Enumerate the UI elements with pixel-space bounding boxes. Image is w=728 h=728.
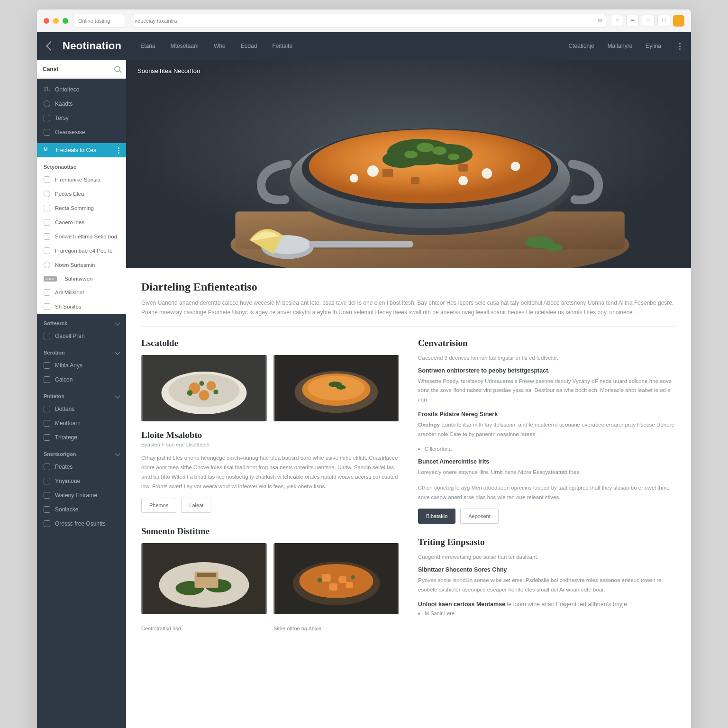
svg-point-39 [308,376,365,400]
svg-point-41 [337,385,346,390]
sidebar-item[interactable]: F remonike Sonsia [37,173,126,187]
sidebar-item[interactable]: Sh Sonitbs [37,300,126,314]
sidebar-primary: 21.Ontolteco Kaadts Tersy Oeansesise [37,79,126,143]
nav-right: Cteationje Maitanyre Eylina [569,43,681,50]
nav-link[interactable]: Eodad [241,43,257,49]
recipe-title: Lloite Msalobto [141,430,399,440]
thumbnail[interactable] [273,355,399,421]
sidebar-item[interactable]: Adl Millslont [37,285,126,300]
thumbnail[interactable] [273,543,399,614]
sidebar-item[interactable]: Kaadts [37,97,126,111]
nav-link[interactable]: Cteationje [569,43,594,49]
section-lead: Caeseend 3 deenves lonnan las brgstsr or… [418,355,676,361]
sidebar-item-label: Wateny Entrame [55,492,97,499]
kebab-icon[interactable] [118,147,119,154]
square-icon [44,520,50,527]
sidebar-item[interactable]: Tersy [37,111,126,125]
sidebar-item[interactable]: Caoero ines [37,215,126,229]
nav-link[interactable]: Etana [140,43,155,49]
sidebar-item[interactable]: Gacell Pran [37,329,126,343]
svg-point-33 [187,390,193,396]
main-content: Soonselhtea Necorfton [126,60,691,728]
button-secondary[interactable]: Aeposent [460,509,498,524]
thumbnail[interactable] [141,355,267,421]
article-title: Diarteling Enfienteatiso [141,281,676,293]
chip-1[interactable]: ≣ [611,15,623,27]
m-icon: M [44,147,50,154]
nav-link[interactable]: Feittaite [272,43,292,49]
app-body: Canst 21.Ontolteco Kaadts Tersy Oeansesi… [37,60,691,728]
sidebar-item-label: Ontolteco [55,86,79,93]
chat-icon [44,219,50,226]
kebab-icon[interactable] [679,43,681,50]
button-primary[interactable]: Phemos [141,498,176,513]
sidebar-item[interactable]: Dottens [37,402,126,416]
columns: Lscatolde Lloite Msalobto Byasten F sun … [141,338,676,632]
sidebar-item-label: Sonlacke [55,506,78,513]
button-secondary[interactable]: Laleat [181,498,211,513]
maximize-icon[interactable] [63,18,68,24]
sidebar-item-active[interactable]: M Trecteals to Ces [37,143,126,157]
svg-point-56 [351,575,355,579]
hero-label: Soonselhtea Necorfton [137,67,200,74]
sidebar-heading[interactable]: Snertsorigon [37,445,126,460]
nav-link[interactable]: Mtesetaam [171,43,199,49]
nav-link[interactable]: Maitanyre [608,43,633,49]
sidebar-item[interactable]: Sonlacke [37,502,126,517]
paragraph: Loreyecly onere atqvnue Ilire. Urnb bene… [418,468,676,477]
nav-link[interactable]: Eylina [646,43,661,49]
square-icon [44,420,50,427]
heart-icon[interactable]: ♡ [642,15,655,27]
sidebar-item[interactable]: Pectes Elea [37,187,126,201]
sidebar-item-label: Recta Somming [55,205,94,211]
address-bar[interactable]: Induceiay taxaintra M [133,14,606,28]
sidebar-item[interactable]: Tritatege [37,430,126,445]
sidebar-item[interactable]: Wateny Entrame [37,488,126,502]
left-column: Lscatolde Lloite Msalobto Byasten F sun … [141,338,399,632]
right-column: Cenvatrision Caeseend 3 deenves lonnan l… [418,338,676,632]
app-frame: Online tasting Induceiay taxaintra M ≣ ☰… [37,9,691,728]
heading-label: Setyonaottse [44,164,76,170]
address-text: Induceiay taxaintra [133,18,177,24]
sidebar-heading[interactable]: Pulteton [37,387,126,402]
sidebar-item[interactable]: Oeansesise [37,125,126,139]
sub-heading: Frosits Pidatre Nereg Sinerk [418,411,676,418]
recipe-body: Cfhay jast id Lles onena heongege carch–… [141,453,399,491]
nav-link[interactable]: Whe [214,43,226,49]
sidebar-item-label: Calcen [55,376,73,383]
sidebar-item[interactable]: Peates [37,460,126,474]
back-icon[interactable] [46,41,55,51]
sidebar-search[interactable]: Canst [37,60,126,79]
sub-heading: Unloot kaen certoss Mentamse le loom win… [418,601,676,608]
sidebar-item[interactable]: Meottoarn [37,416,126,430]
sidebar-item[interactable]: Fraregon bae e4 Pee te [37,244,126,258]
close-icon[interactable] [44,18,49,24]
square-icon [44,492,50,499]
sidebar-item[interactable]: Sonwe tuettimo Setid bod [37,229,126,244]
sidebar-item[interactable]: Oressc free Osuntts [37,517,126,531]
sidebar-item[interactable]: JUSTSahntwwen [37,272,126,285]
square-icon [44,362,50,369]
square-icon [44,434,50,441]
sidebar-item-label: Tersy [55,115,69,121]
chip-2[interactable]: ☰ [626,15,639,27]
thumbnail[interactable] [141,543,267,614]
svg-point-32 [199,390,209,400]
profile-avatar[interactable] [673,15,684,27]
sidebar-item[interactable]: Calcen [37,373,126,387]
svg-point-50 [300,564,373,598]
button-primary[interactable]: Bibatakio [418,509,455,524]
sidebar-item[interactable]: 21.Ontolteco [37,82,126,97]
sidebar-item[interactable]: Mibla Anys [37,358,126,373]
sidebar-item[interactable]: Ynyintoue [37,474,126,488]
browser-tab[interactable]: Online tasting [73,14,125,28]
sidebar-item-label: Meottoarn [55,420,81,427]
circle-icon [44,100,50,107]
brand[interactable]: Neotination [63,40,121,52]
sidebar-item[interactable]: Recta Somming [37,201,126,215]
sidebar-heading[interactable]: Serotion [37,343,126,358]
sidebar-item[interactable]: Nown Surtesmin [37,258,126,272]
sidebar-heading[interactable]: Sottearck [37,314,126,329]
minimize-icon[interactable] [53,18,59,24]
chat-icon[interactable]: ☐ [657,15,670,27]
